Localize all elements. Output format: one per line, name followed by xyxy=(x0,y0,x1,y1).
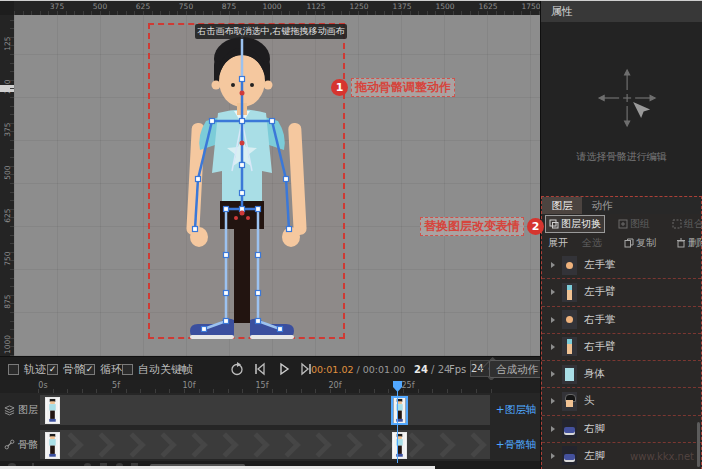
keyframe-thumbnail[interactable] xyxy=(45,432,60,459)
button-label: 组合 xyxy=(684,217,702,231)
tab-layers[interactable]: 图层 xyxy=(542,197,582,214)
keyframe-thumbnail[interactable] xyxy=(45,397,60,424)
layer-name: 左手臂 xyxy=(584,285,616,299)
annotation-1-text: 拖动骨骼调整动作 xyxy=(351,78,455,97)
ruler-tick-label: 375 xyxy=(3,114,12,146)
time-display: 00:01.02 / 00:01.00 xyxy=(311,357,405,381)
ruler-tick-label: 625 xyxy=(136,2,150,11)
expand-arrow-icon[interactable] xyxy=(551,262,555,268)
ruler-tick-label: 875 xyxy=(3,286,12,318)
frame-current: 24 xyxy=(414,364,428,375)
right-panel: 属性 请选择骨骼进行编辑 图层 动作 xyxy=(540,1,702,469)
tab-actions[interactable]: 动作 xyxy=(582,197,622,214)
ruler-tick-label: 875 xyxy=(222,2,236,11)
vertical-scrollbar[interactable] xyxy=(697,422,700,467)
checkbox-box[interactable] xyxy=(8,364,19,375)
timeline-tick-label: 10f xyxy=(183,381,196,390)
frame-display: 24 / 24 xyxy=(414,357,450,381)
layers-track[interactable] xyxy=(40,395,490,425)
layer-row-left-palm[interactable]: 左手掌 xyxy=(542,252,701,279)
expand-arrow-icon[interactable] xyxy=(551,289,555,295)
timeline-tick-label: 25f xyxy=(402,381,415,390)
layer-name: 身体 xyxy=(584,367,605,381)
expand-arrow-icon[interactable] xyxy=(551,426,555,432)
layer-thumbnail xyxy=(562,310,577,329)
checkbox-bone[interactable]: ✓ 骨骼 xyxy=(47,357,85,381)
checkbox-autokeyframe[interactable]: 自动关键帧 xyxy=(122,357,193,381)
button-label: 删除 xyxy=(688,236,702,250)
ruler-tick-label: 500 xyxy=(93,2,107,11)
timeline: 0s 5f 10f 15f 20f 25f 图层 xyxy=(0,380,540,461)
watermark: www.kkx.net xyxy=(630,451,694,462)
annotation-step-1: 1 拖动骨骼调整动作 xyxy=(331,78,455,97)
keyframe-thumbnail[interactable] xyxy=(392,432,407,459)
ruler-tick-label: 500 xyxy=(3,157,12,189)
timeline-row-text: 骨骼 xyxy=(18,438,38,452)
tween-chevrons xyxy=(62,430,490,459)
checkbox-box[interactable]: ✓ xyxy=(47,364,58,375)
ruler-tick-label: 750 xyxy=(179,2,193,11)
ruler-tick-label: 625 xyxy=(3,200,12,232)
checkbox-box[interactable] xyxy=(122,364,133,375)
layer-row-right-foot[interactable]: 右脚 xyxy=(542,416,701,443)
select-all-button[interactable]: 全选 xyxy=(579,235,605,251)
timeline-row-label: 骨骼 xyxy=(0,429,38,460)
layer-thumbnail xyxy=(562,337,577,356)
expand-button[interactable]: 展开 xyxy=(545,235,571,251)
panel-button-row-2: 展开 全选 复制 删除 xyxy=(542,233,701,252)
fps-label: Fps xyxy=(449,357,466,381)
expand-arrow-icon[interactable] xyxy=(551,371,555,377)
delete-button[interactable]: 删除 xyxy=(673,235,702,251)
selection-bounding-box[interactable] xyxy=(148,23,345,339)
expand-arrow-icon[interactable] xyxy=(551,453,555,459)
panel-tabs: 图层 动作 xyxy=(542,197,701,214)
expand-arrow-icon[interactable] xyxy=(551,344,555,350)
add-bone-track-button[interactable]: +骨骼轴 xyxy=(492,429,540,460)
layer-row-right-palm[interactable]: 右手掌 xyxy=(542,307,701,334)
canvas-tooltip: 右击画布取消选中,右键拖拽移动画布 xyxy=(195,24,347,39)
timeline-tick-label: 15f xyxy=(256,381,269,390)
combine-button[interactable]: 组合 xyxy=(669,216,702,232)
bones-track[interactable] xyxy=(40,430,490,459)
checkbox-label: 骨骼 xyxy=(63,362,85,377)
ruler-tick-label: 750 xyxy=(3,243,12,275)
vertical-ruler: 125 250 375 500 625 750 875 1000 xyxy=(0,15,15,356)
compose-action-button[interactable]: 合成动作 xyxy=(489,360,545,378)
layer-name: 右脚 xyxy=(584,422,605,436)
layer-row-body[interactable]: 身体 xyxy=(542,361,701,388)
layer-row-left-arm[interactable]: 左手臂 xyxy=(542,279,701,306)
properties-empty-hint: 请选择骨骼进行编辑 xyxy=(541,150,702,164)
group-button[interactable]: 图组 xyxy=(615,216,653,232)
layer-row-head[interactable]: 头 xyxy=(542,388,701,415)
step-backward-icon[interactable] xyxy=(252,361,268,377)
expand-arrow-icon[interactable] xyxy=(551,317,555,323)
play-icon[interactable] xyxy=(276,361,292,377)
layer-row-right-arm[interactable]: 右手臂 xyxy=(542,334,701,361)
checkbox-track[interactable]: 轨迹 xyxy=(8,357,46,381)
copy-button[interactable]: 复制 xyxy=(621,235,659,251)
checkbox-label: 循环 xyxy=(100,362,122,377)
combine-icon xyxy=(672,219,682,229)
keyframe-thumbnail-selected[interactable] xyxy=(391,396,408,425)
layer-switch-icon xyxy=(549,219,559,229)
layer-list: 左手掌 左手臂 右手掌 右手臂 xyxy=(542,252,701,469)
ruler-corner xyxy=(0,1,14,15)
annotation-1-badge: 1 xyxy=(331,79,348,96)
cursor-arrow-icon xyxy=(633,102,650,118)
checkbox-loop[interactable]: ✓ 循环 xyxy=(84,357,122,381)
ruler-tick-label: 1750 xyxy=(521,2,540,11)
expand-arrow-icon[interactable] xyxy=(551,398,555,404)
timeline-row-text: 图层 xyxy=(18,403,38,417)
layer-name: 头 xyxy=(584,394,595,408)
checkbox-label: 轨迹 xyxy=(24,362,46,377)
button-label: 全选 xyxy=(582,236,602,250)
restart-icon[interactable] xyxy=(229,361,245,377)
layer-thumbnail xyxy=(562,392,577,411)
stage-canvas[interactable]: 右击画布取消选中,右键拖拽移动画布 xyxy=(14,15,540,356)
timeline-ruler[interactable]: 0s 5f 10f 15f 20f 25f xyxy=(0,380,540,393)
copy-icon xyxy=(624,238,634,248)
layer-switch-button[interactable]: 图层切换 xyxy=(545,215,605,233)
checkbox-box[interactable]: ✓ xyxy=(84,364,95,375)
add-layer-track-button[interactable]: +图层轴 xyxy=(492,394,540,426)
group-icon xyxy=(618,219,628,229)
